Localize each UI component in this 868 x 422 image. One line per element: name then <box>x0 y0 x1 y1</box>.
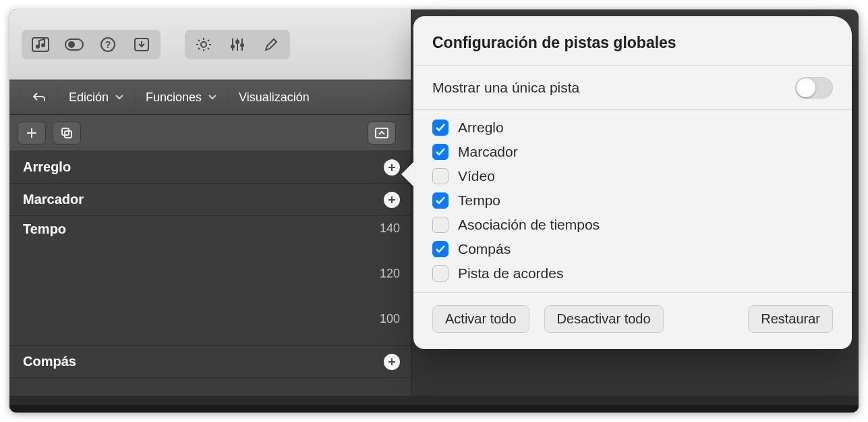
checkbox-icon <box>432 168 449 184</box>
checkbox-icon <box>432 241 449 257</box>
collapse-up-icon <box>375 128 388 138</box>
smart-controls-button[interactable] <box>187 32 221 57</box>
add-track-button[interactable] <box>18 122 46 144</box>
disable-all-button[interactable]: Desactivar todo <box>544 305 664 333</box>
option-arreglo[interactable]: Arreglo <box>432 120 833 136</box>
single-track-row: Mostrar una única pista <box>413 66 852 110</box>
enable-all-button[interactable]: Activar todo <box>432 305 529 333</box>
duplicate-icon <box>61 127 73 139</box>
svg-point-8 <box>201 42 206 47</box>
checkbox-icon <box>432 120 449 136</box>
add-region-button[interactable] <box>384 159 400 176</box>
track-row-tempo[interactable]: Tempo 140 120 100 <box>9 216 411 346</box>
popover-title: Configuración de pistas globales <box>413 16 852 66</box>
track-label: Compás <box>23 354 384 369</box>
menu-label: Funciones <box>146 90 202 105</box>
menu-edicion[interactable]: Edición <box>58 84 135 110</box>
option-compas[interactable]: Compás <box>432 241 833 257</box>
option-label: Asociación de tiempos <box>458 217 600 233</box>
svg-point-22 <box>240 43 244 47</box>
option-tempo[interactable]: Tempo <box>432 192 833 209</box>
svg-line-14 <box>208 40 209 41</box>
svg-point-2 <box>41 43 45 47</box>
option-marcador[interactable]: Marcador <box>432 144 833 160</box>
checkbox-icon <box>432 192 449 209</box>
svg-point-20 <box>231 45 235 49</box>
checkbox-icon <box>432 217 449 233</box>
popover-arrow <box>401 161 415 188</box>
tempo-tick: 120 <box>380 267 400 281</box>
chevron-down-icon <box>115 95 123 100</box>
svg-rect-25 <box>376 128 388 138</box>
return-up-button[interactable] <box>20 84 58 110</box>
track-tools-bar <box>9 115 411 151</box>
checkbox-icon <box>432 265 449 282</box>
option-video[interactable]: Vídeo <box>432 168 833 184</box>
option-label: Arreglo <box>458 120 504 136</box>
plus-icon <box>26 128 37 138</box>
timeline-strip[interactable] <box>9 404 859 413</box>
track-row-arreglo[interactable]: Arreglo <box>9 151 411 184</box>
svg-line-13 <box>198 40 200 41</box>
svg-line-15 <box>198 48 200 49</box>
edit-pencil-button[interactable] <box>254 32 288 57</box>
option-label: Pista de acordes <box>458 265 563 282</box>
library-button[interactable] <box>24 32 57 57</box>
option-label: Tempo <box>458 192 500 209</box>
menu-label: Visualización <box>239 90 310 105</box>
track-label: Arreglo <box>23 159 384 175</box>
menu-funciones[interactable]: Funciones <box>135 84 228 110</box>
help-button[interactable]: ? <box>91 32 125 57</box>
left-pane: ? <box>9 9 411 413</box>
add-region-button[interactable] <box>384 354 400 370</box>
tempo-tick: 140 <box>380 221 400 236</box>
option-label: Compás <box>458 241 511 257</box>
tempo-tick: 100 <box>380 312 400 326</box>
option-label: Marcador <box>458 144 518 160</box>
option-pista-acordes[interactable]: Pista de acordes <box>432 265 833 282</box>
toggle-knob <box>797 78 815 97</box>
toolbar-group-left: ? <box>22 30 161 59</box>
duplicate-track-button[interactable] <box>53 122 81 144</box>
toolbar-group-right <box>185 30 290 59</box>
track-label: Tempo <box>23 221 66 236</box>
popover-actions: Activar todo Desactivar todo Restaurar <box>413 293 852 344</box>
svg-point-21 <box>235 40 239 44</box>
mixer-button[interactable] <box>221 32 254 57</box>
editor-menu-bar: Edición Funciones Visualización <box>9 80 411 115</box>
chevron-down-icon <box>208 95 216 100</box>
svg-line-16 <box>208 48 209 49</box>
menu-visualizacion[interactable]: Visualización <box>228 84 320 110</box>
global-tracks-list: Arreglo Marcador Tempo 140 120 100 Compá… <box>9 151 411 378</box>
single-track-toggle[interactable] <box>795 77 833 99</box>
tempo-scale: 140 120 100 <box>380 221 400 326</box>
download-button[interactable] <box>125 32 158 57</box>
single-track-label: Mostrar una única pista <box>432 80 795 96</box>
svg-text:?: ? <box>105 39 111 50</box>
main-toolbar: ? <box>9 9 411 80</box>
global-tracks-config-button[interactable] <box>368 122 396 144</box>
menu-label: Edición <box>69 90 109 105</box>
global-tracks-popover: Configuración de pistas globales Mostrar… <box>413 16 852 349</box>
controls-button[interactable] <box>57 32 91 57</box>
add-region-button[interactable] <box>384 192 400 208</box>
option-label: Vídeo <box>458 168 495 184</box>
track-row-compas[interactable]: Compás <box>9 346 411 378</box>
track-options-list: Arreglo Marcador Vídeo Tempo Asociación … <box>413 110 852 293</box>
track-label: Marcador <box>23 192 384 207</box>
return-up-icon <box>32 91 47 103</box>
track-row-marcador[interactable]: Marcador <box>9 184 411 216</box>
checkbox-icon <box>432 144 449 160</box>
option-asociacion-tiempos[interactable]: Asociación de tiempos <box>432 217 833 233</box>
restore-button[interactable]: Restaurar <box>748 305 833 333</box>
svg-point-4 <box>68 41 75 48</box>
